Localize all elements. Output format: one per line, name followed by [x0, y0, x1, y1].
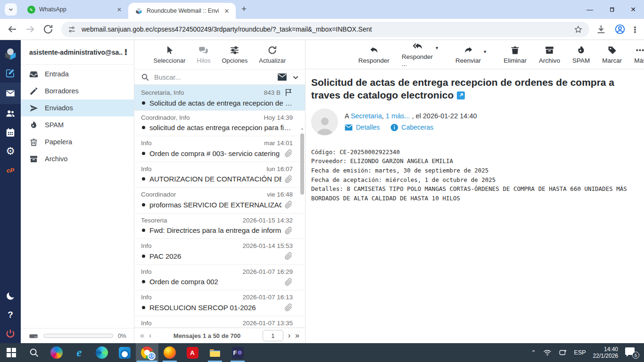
logout-power-icon[interactable]	[0, 324, 21, 343]
more-recipients-link[interactable]: 1 más...	[386, 112, 410, 120]
details-toggle[interactable]: Detalles	[345, 123, 380, 132]
close-window-button[interactable]: ✕	[622, 0, 644, 19]
edge-button[interactable]	[91, 343, 113, 362]
new-tab-button[interactable]: +	[241, 4, 247, 14]
page-number-input[interactable]	[263, 330, 283, 341]
search-input[interactable]	[154, 74, 272, 81]
forward-caret-icon[interactable]: ▼	[483, 49, 487, 54]
start-button[interactable]	[0, 343, 23, 362]
dark-mode-moon-icon[interactable]	[0, 287, 21, 305]
external-link-icon[interactable]	[457, 90, 465, 98]
sidebar-item-borradores[interactable]: Borradores	[21, 82, 134, 99]
spam-button[interactable]: SPAM	[572, 45, 590, 64]
message-list-row[interactable]: Coordinador, Info Hoy 14:39 solicitud de…	[134, 111, 305, 137]
message-list-row[interactable]: Info lun 16:07 AUTORIZACION DE CONTRATAC…	[134, 162, 305, 188]
search-options-chevron-icon[interactable]	[292, 74, 299, 81]
roundcube-app: ⚙ cP ? asistente-administrativo@sa... ••…	[0, 40, 644, 343]
minimize-button[interactable]: —	[579, 0, 601, 19]
profile-icon[interactable]	[615, 24, 625, 34]
internet-explorer-button[interactable]: e	[68, 343, 91, 362]
url-text[interactable]: webmail.sanjuan.gob.ec/cpsess4724500249/…	[82, 25, 574, 33]
clock-date: 22/1/2026	[593, 353, 618, 359]
restore-button[interactable]	[601, 0, 622, 19]
copilot-button[interactable]	[45, 343, 68, 362]
settings-gear-icon[interactable]: ⚙	[0, 142, 21, 161]
close-tab-icon[interactable]: ✕	[115, 5, 124, 14]
first-page-icon[interactable]: «	[140, 331, 144, 340]
sidebar-item-entrada[interactable]: Entrada	[21, 66, 134, 82]
taskbar-search-button[interactable]	[23, 343, 45, 362]
firefox-button[interactable]	[158, 343, 181, 362]
scroll-up-icon[interactable]: ▲	[300, 127, 305, 130]
chrome-button[interactable]	[136, 343, 158, 362]
sidebar-item-papelera[interactable]: Papelera	[21, 133, 134, 150]
wifi-icon[interactable]	[543, 348, 552, 357]
forward-icon[interactable]	[25, 24, 36, 35]
search-scope-mail-icon[interactable]	[277, 73, 287, 81]
reply-button[interactable]: Responder	[358, 45, 389, 64]
sidebar-item-archivo[interactable]: Archivo	[21, 150, 134, 167]
browser-menu-icon[interactable]: •••	[634, 26, 636, 33]
clock[interactable]: 14:40 22/1/2026	[593, 346, 618, 359]
message-list-row[interactable]: Info 2026-01-07 16:13 RESOLUCION SERCOP …	[134, 290, 305, 316]
account-menu-icon[interactable]: •••	[123, 49, 129, 56]
bookmark-star-icon[interactable]	[574, 25, 583, 34]
meet-now-icon[interactable]	[559, 348, 567, 357]
tab-search-button[interactable]	[5, 3, 17, 16]
back-icon[interactable]	[7, 24, 18, 35]
site-settings-icon[interactable]	[68, 25, 76, 33]
select-button[interactable]: Seleccionar	[154, 45, 186, 64]
recipient-link[interactable]: Secretaria	[351, 112, 382, 120]
downloads-icon[interactable]	[596, 24, 606, 34]
list-scrollbar[interactable]: ▲ ▼	[300, 126, 305, 362]
tab-whatsapp[interactable]: WhatsApp ✕	[21, 0, 128, 19]
contacts-icon[interactable]	[0, 104, 21, 123]
mark-button[interactable]: Marcar	[602, 45, 622, 64]
more-button[interactable]: Más	[634, 45, 644, 64]
sidebar-item-spam[interactable]: SPAM	[21, 116, 134, 133]
fs-app-button[interactable]: F⚙	[226, 343, 249, 362]
acrobat-button[interactable]: A	[181, 343, 204, 362]
language-indicator[interactable]: ESP	[574, 349, 586, 356]
refresh-button[interactable]: Actualizar	[259, 45, 286, 64]
reply-all-caret-icon[interactable]: ▼	[435, 46, 439, 50]
help-icon[interactable]: ?	[0, 305, 21, 324]
storage-disk-icon	[28, 331, 39, 341]
sidebar-item-enviados[interactable]: Enviados	[21, 99, 134, 116]
message-list-row[interactable]: Coordinador vie 16:48 proformas SERVICIO…	[134, 188, 305, 214]
headers-toggle[interactable]: Cabeceras	[390, 123, 434, 132]
message-list-row[interactable]: Info 2026-01-07 16:29 Orden de compra 00…	[134, 265, 305, 291]
compose-icon[interactable]	[0, 64, 21, 82]
unread-dot	[142, 152, 145, 155]
message-list-row[interactable]: Tesoreria 2026-01-15 14:32 Fwd: Directri…	[134, 214, 305, 239]
scrollbar-thumb[interactable]	[300, 133, 304, 195]
message-list-row[interactable]: Info 2026-01-14 15:53 PAC 2026	[134, 239, 305, 265]
file-explorer-button[interactable]	[204, 343, 226, 362]
prev-page-icon[interactable]: ‹	[149, 331, 151, 340]
tab-roundcube[interactable]: Roundcube Webmail :: Enviados ✕	[128, 3, 236, 19]
flag-icon[interactable]	[284, 88, 293, 97]
close-tab-icon[interactable]: ✕	[223, 7, 231, 15]
forward-button[interactable]: Reenviar ▼	[455, 45, 481, 64]
notifications-button[interactable]: 5	[625, 346, 639, 359]
message-from: Info	[141, 242, 242, 249]
options-button[interactable]: Opciones	[222, 45, 248, 64]
calendar-icon[interactable]	[0, 123, 21, 142]
cpanel-logo[interactable]: cP	[0, 161, 21, 180]
avatar	[311, 108, 338, 135]
message-list-row[interactable]: Secretaria, Info 843 B Solicitud de acta…	[134, 85, 305, 111]
url-bar[interactable]: webmail.sanjuan.gob.ec/cpsess4724500249/…	[61, 22, 589, 37]
reload-icon[interactable]	[42, 24, 54, 35]
threads-button[interactable]: Hilos	[197, 45, 211, 64]
archive-button[interactable]: Archivo	[539, 45, 560, 64]
message-list-row[interactable]: Info mar 14:01 Orden de compra # 003- se…	[134, 136, 305, 162]
tray-expand-icon[interactable]: ⌃	[531, 349, 536, 356]
delete-button[interactable]: Eliminar	[504, 45, 527, 64]
last-page-icon[interactable]: »	[295, 331, 299, 340]
reply-all-button[interactable]: Responder ... ▼	[402, 41, 433, 67]
message-list-row[interactable]: Info 2026-01-07 13:35	[134, 316, 305, 328]
next-page-icon[interactable]: ›	[288, 331, 290, 340]
message-date: 843 B	[264, 89, 281, 96]
mail-module-icon[interactable]	[0, 82, 21, 104]
outlook-button[interactable]	[113, 343, 136, 362]
